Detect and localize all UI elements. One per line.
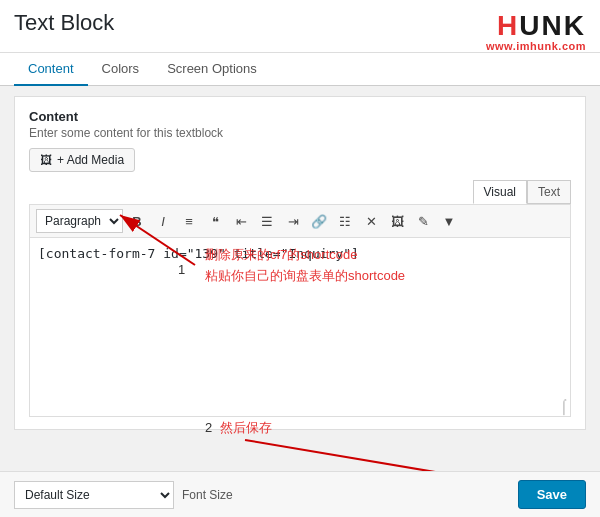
expand-button[interactable]: ▼ [437,209,461,233]
tabs-bar: Content Colors Screen Options [0,53,600,86]
paragraph-select[interactable]: Paragraph [36,209,123,233]
save-button[interactable]: Save [518,480,586,509]
align-left-button[interactable]: ⇤ [229,209,253,233]
page-header: Text Block HUNK www.imhunk.com [0,0,600,53]
add-media-label: + Add Media [57,153,124,167]
list-button[interactable]: ≡ [177,209,201,233]
more-button[interactable]: ✎ [411,209,435,233]
editor-resize-handle[interactable]: ⌠ [560,398,568,414]
align-center-button[interactable]: ☰ [255,209,279,233]
bold-button[interactable]: B [125,209,149,233]
content-hint: Enter some content for this textblock [29,126,571,140]
italic-button[interactable]: I [151,209,175,233]
font-size-select[interactable]: Default Size [14,481,174,509]
logo-rest: UNK [519,10,586,41]
page-title: Text Block [14,10,114,44]
annotation-step1-number: 1 [178,262,185,277]
editor-tab-visual[interactable]: Visual [473,180,527,204]
logo-area: HUNK www.imhunk.com [486,10,586,52]
tab-colors[interactable]: Colors [88,53,154,86]
bottom-bar: Default Size Font Size Save [0,471,600,517]
annotation-step1-text: 删除原来的cf7的shortcode 粘贴你自己的询盘表单的shortcode [205,245,405,287]
quote-button[interactable]: ❝ [203,209,227,233]
logo-h-accent: H [497,10,519,41]
logo-hunk: HUNK [497,12,586,40]
add-media-icon: 🖼 [40,153,52,167]
editor-tab-text[interactable]: Text [527,180,571,204]
tab-content[interactable]: Content [14,53,88,86]
add-media-button[interactable]: 🖼 + Add Media [29,148,135,172]
table-button[interactable]: ☷ [333,209,357,233]
font-size-label: Font Size [182,488,233,502]
content-label: Content [29,109,571,124]
align-right-button[interactable]: ⇥ [281,209,305,233]
remove-format-button[interactable]: ✕ [359,209,383,233]
annotation-step2-text: 2然后保存 [205,418,272,439]
editor-toolbar: Paragraph B I ≡ ❝ ⇤ ☰ ⇥ 🔗 ☷ ✕ 🖼 ✎ ▼ [29,204,571,237]
tab-screen-options[interactable]: Screen Options [153,53,271,86]
step2-number: 2 [205,420,212,435]
link-button[interactable]: 🔗 [307,209,331,233]
logo-url: www.imhunk.com [486,40,586,52]
font-size-group: Default Size Font Size [14,481,233,509]
image-button[interactable]: 🖼 [385,209,409,233]
